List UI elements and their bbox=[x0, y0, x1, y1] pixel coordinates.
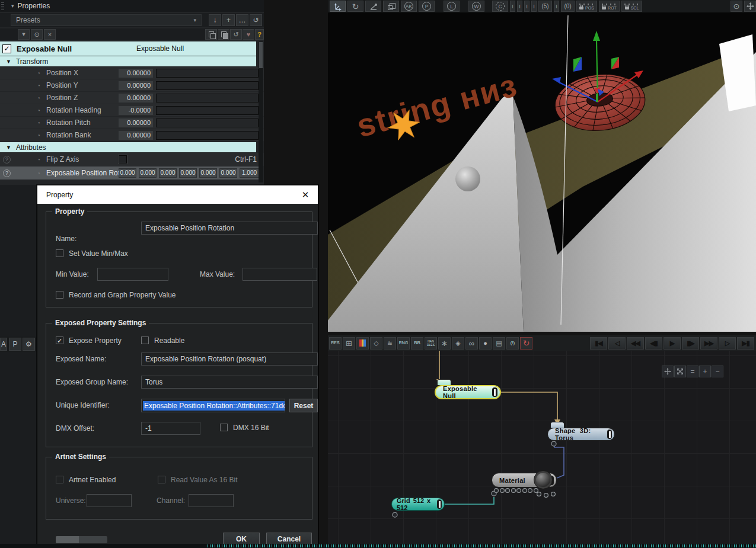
zoom-in-button[interactable]: + bbox=[699, 366, 711, 377]
animation-clock-icon[interactable]: ◔ bbox=[37, 107, 40, 114]
value-field[interactable]: 0.000 bbox=[179, 168, 197, 178]
set-minmax-checkbox[interactable] bbox=[56, 249, 63, 257]
wireframe-button[interactable]: ◇ bbox=[370, 337, 382, 350]
count-0-button[interactable]: (0) bbox=[561, 1, 575, 12]
help-badge-icon[interactable]: ? bbox=[3, 169, 11, 177]
dmx-offset-input[interactable] bbox=[141, 422, 200, 435]
move-tool-button[interactable] bbox=[330, 1, 346, 12]
tick-button[interactable]: I bbox=[524, 1, 529, 12]
layers-button[interactable]: ≋ bbox=[384, 337, 396, 350]
value-field[interactable]: 1.000 bbox=[240, 168, 259, 178]
range-button[interactable]: RNG bbox=[397, 337, 410, 350]
flip-z-axis-checkbox[interactable] bbox=[119, 155, 127, 164]
position-key-button[interactable]: P bbox=[419, 1, 435, 12]
null-node-input-tab[interactable] bbox=[437, 379, 451, 385]
preset-more-button[interactable]: … bbox=[236, 14, 248, 26]
dmx-16bit-checkbox[interactable] bbox=[220, 424, 228, 431]
animation-clock-icon[interactable]: ◔ bbox=[37, 156, 40, 163]
clear-filter-icon[interactable]: × bbox=[44, 29, 56, 40]
play-button[interactable]: ▶ bbox=[664, 337, 681, 350]
step-back-button[interactable]: ◀▮ bbox=[645, 337, 662, 350]
channel-input[interactable] bbox=[189, 494, 234, 507]
play-backward-once-button[interactable]: ◁ bbox=[608, 337, 626, 350]
tick-button[interactable]: I bbox=[517, 1, 522, 12]
handles-button[interactable]: HAN DLES bbox=[425, 337, 437, 350]
pan-view-button[interactable] bbox=[744, 1, 756, 12]
pan-canvas-button[interactable] bbox=[662, 366, 674, 377]
lock-rotation-button[interactable]: ROT bbox=[599, 1, 620, 12]
preset-add-button[interactable]: + bbox=[222, 14, 235, 26]
lock-scale-button[interactable]: SCL bbox=[621, 1, 642, 12]
paste-icon[interactable] bbox=[218, 29, 229, 40]
grid-bottom-connector[interactable] bbox=[393, 512, 397, 517]
node-shape-3d-torus[interactable]: Shape 3D: Torus bbox=[547, 428, 615, 441]
p-button[interactable]: P bbox=[9, 338, 21, 351]
expose-property-checkbox[interactable]: ✓ bbox=[56, 337, 63, 344]
gear-button[interactable]: ⚙ bbox=[23, 338, 35, 351]
readable-checkbox[interactable] bbox=[141, 337, 149, 344]
min-value-input[interactable] bbox=[97, 268, 168, 281]
tick-button[interactable]: I bbox=[531, 1, 537, 12]
grid-view-button[interactable]: ⊞ bbox=[343, 337, 355, 350]
value-field[interactable]: 0.000 bbox=[199, 168, 217, 178]
camera-mode-button[interactable]: C bbox=[492, 1, 508, 12]
gizmo-center-green[interactable] bbox=[596, 94, 598, 102]
tick-button[interactable]: I bbox=[510, 1, 515, 12]
bounding-box-button[interactable]: BB bbox=[411, 337, 423, 350]
node-output-connector[interactable] bbox=[437, 499, 442, 509]
viewport-3d[interactable]: string низ bbox=[328, 0, 756, 332]
help-icon[interactable]: ? bbox=[255, 29, 264, 40]
property-value-field[interactable]: 0.00000 bbox=[119, 69, 153, 78]
exposed-group-name-input[interactable] bbox=[141, 376, 318, 389]
node-graph-canvas[interactable]: Exposable Null Shape 3D: Torus Material … bbox=[328, 351, 756, 548]
step-forward-button[interactable]: ▮▶ bbox=[682, 337, 699, 350]
dialog-title-bar[interactable]: Property ✕ bbox=[37, 185, 318, 204]
exposed-name-input[interactable] bbox=[141, 352, 318, 366]
record-graph-checkbox[interactable] bbox=[56, 291, 63, 299]
reset-button[interactable]: Reset bbox=[289, 399, 318, 412]
lock-position-button[interactable]: POS bbox=[576, 1, 597, 12]
local-key-button[interactable]: L bbox=[444, 1, 460, 12]
help-badge-icon[interactable]: ? bbox=[3, 156, 11, 164]
target-button[interactable]: ⊙ bbox=[731, 1, 742, 12]
object-header-row[interactable]: ✓ Exposable Null Exposable Null bbox=[0, 41, 256, 56]
name-input[interactable] bbox=[141, 222, 318, 235]
go-to-end-button[interactable]: ▶▮ bbox=[737, 337, 754, 350]
count-5-button[interactable]: (5) bbox=[538, 1, 552, 12]
property-slider[interactable] bbox=[156, 94, 259, 102]
panel-grip-icon[interactable] bbox=[1, 2, 4, 10]
bottom-timeline-strip[interactable] bbox=[0, 544, 756, 548]
animation-clock-icon[interactable]: ◔ bbox=[37, 132, 40, 139]
read-16bit-checkbox[interactable] bbox=[158, 476, 165, 483]
property-value-field[interactable]: 0.00000 bbox=[119, 131, 153, 140]
filter-funnel-icon[interactable]: ▼ bbox=[18, 29, 30, 40]
record-filter-icon[interactable]: ⊙ bbox=[31, 29, 43, 40]
property-value-field[interactable]: 0.00000 bbox=[119, 118, 153, 127]
copy-icon[interactable] bbox=[205, 29, 217, 40]
property-value-field[interactable]: 0.00000 bbox=[119, 94, 153, 102]
property-row-exposable-position-rot[interactable]: ? ◔ Exposable Position Rot 0.000 0.000 0… bbox=[0, 166, 259, 180]
go-to-start-button[interactable]: ▮◀ bbox=[590, 337, 607, 350]
undo-icon[interactable]: ↺ bbox=[230, 29, 242, 40]
isolate-button[interactable]: ◈ bbox=[452, 337, 464, 350]
artnet-enabled-checkbox[interactable] bbox=[56, 476, 63, 483]
universe-input[interactable] bbox=[87, 494, 132, 507]
close-icon[interactable]: ✕ bbox=[300, 190, 311, 200]
property-slider[interactable] bbox=[156, 69, 259, 78]
pivot-tool-button[interactable] bbox=[365, 1, 381, 12]
attributes-section-header[interactable]: ▼ Attributes bbox=[0, 142, 256, 152]
collapse-triangle-icon[interactable]: ▾ bbox=[11, 3, 14, 9]
properties-panel-header[interactable]: ▾ Properties bbox=[0, 0, 264, 12]
value-field[interactable]: 0.000 bbox=[219, 168, 237, 178]
fast-forward-button[interactable]: ▶▶ bbox=[700, 337, 717, 350]
value-field[interactable]: 0.000 bbox=[139, 168, 157, 178]
animation-clock-icon[interactable]: ◔ bbox=[37, 95, 40, 101]
play-loop-button[interactable]: ▷ bbox=[719, 337, 736, 350]
property-slider[interactable] bbox=[156, 81, 259, 90]
value-field[interactable]: 0.000 bbox=[159, 168, 177, 178]
warnings-button[interactable]: (!) bbox=[506, 337, 519, 350]
color-channels-button[interactable] bbox=[356, 337, 369, 350]
preset-apply-button[interactable]: ↓ bbox=[209, 14, 221, 26]
animation-clock-icon[interactable]: ◔ bbox=[37, 82, 40, 89]
value-field[interactable]: 0.000 bbox=[119, 168, 136, 178]
